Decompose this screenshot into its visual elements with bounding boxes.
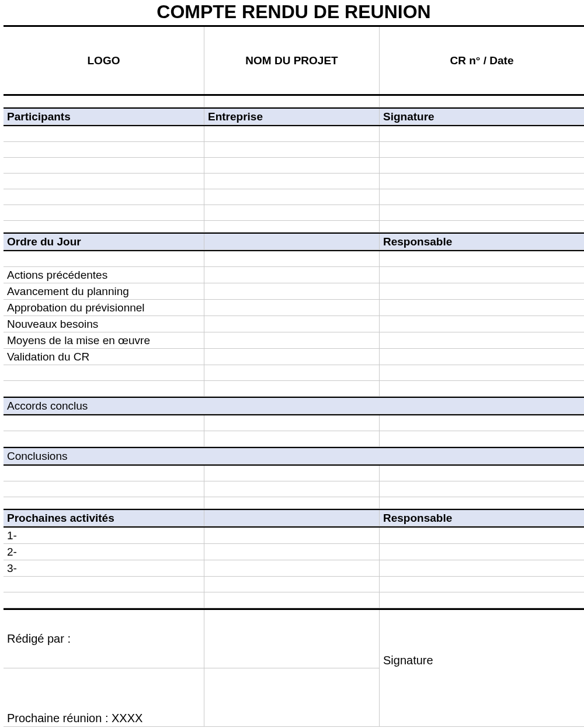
table-row [4,205,584,221]
document-title: COMPTE RENDU DE REUNION [4,0,584,27]
table-row [4,174,584,189]
entreprise-cell[interactable] [204,142,380,158]
signature-cell[interactable] [380,142,584,158]
responsable-cell[interactable] [380,267,584,283]
signature-cell[interactable] [380,126,584,142]
col-entreprise: Entreprise [204,109,380,125]
prochaine-reunion-label: Prochaine réunion : XXXX [4,668,204,727]
col-ordre-du-jour: Ordre du Jour [4,234,204,250]
table-row [4,481,584,497]
table-row [4,142,584,158]
spacer-row [4,497,584,510]
spacer-row [4,221,584,234]
col-responsable: Responsable [380,234,584,250]
responsable-cell[interactable] [380,544,584,560]
footer-row-1: Rédigé par : Signature [4,610,584,668]
signature-cell[interactable] [380,158,584,174]
responsable-cell[interactable] [380,528,584,544]
agenda-item[interactable]: Avancement du planning [4,283,204,300]
participant-cell[interactable] [4,142,204,158]
accords-title: Accords conclus [4,398,584,414]
redige-par-label: Rédigé par : [4,610,204,668]
table-row: Approbation du prévisionnel [4,300,584,316]
table-row [4,577,584,592]
agenda-header-row: Ordre du Jour Responsable [4,234,584,251]
table-row: 3- [4,560,584,577]
conclusions-title: Conclusions [4,448,584,464]
accords-header-row: Accords conclus [4,398,584,415]
entreprise-cell[interactable] [204,205,380,221]
signature-cell[interactable] [380,205,584,221]
table-row [4,415,584,431]
agenda-item[interactable]: Actions précédentes [4,267,204,283]
participant-cell[interactable] [4,126,204,142]
responsable-cell[interactable] [380,349,584,365]
table-row [4,381,584,398]
table-row [4,431,584,448]
entreprise-cell[interactable] [204,174,380,189]
table-row [4,126,584,142]
agenda-item[interactable]: Validation du CR [4,349,204,365]
col-responsable: Responsable [380,510,584,526]
entreprise-cell[interactable] [204,126,380,142]
participants-header-row: Participants Entreprise Signature [4,109,584,126]
col-participants: Participants [4,109,204,125]
next-activity-item[interactable]: 2- [4,544,204,560]
responsable-cell[interactable] [380,316,584,332]
signature-cell[interactable] [380,174,584,189]
entreprise-cell[interactable] [204,189,380,205]
table-row: Avancement du planning [4,283,584,300]
signature-cell[interactable] [380,189,584,205]
participant-cell[interactable] [4,174,204,189]
responsable-cell[interactable] [380,300,584,316]
col-signature: Signature [380,109,584,125]
spacer-row [4,96,584,109]
next-activities-header-row: Prochaines activités Responsable [4,510,584,528]
next-activity-item[interactable]: 3- [4,560,204,577]
table-row: 2- [4,544,584,560]
table-row: Moyens de la mise en œuvre [4,332,584,349]
entreprise-cell[interactable] [204,158,380,174]
participant-cell[interactable] [4,205,204,221]
meeting-minutes-sheet: COMPTE RENDU DE REUNION LOGO NOM DU PROJ… [4,0,584,727]
participant-cell[interactable] [4,189,204,205]
signature-label: Signature [380,610,584,668]
table-row: 1- [4,528,584,544]
footer-row-2: Prochaine réunion : XXXX [4,668,584,727]
conclusions-header-row: Conclusions [4,448,584,466]
agenda-item[interactable]: Approbation du prévisionnel [4,300,204,316]
agenda-item[interactable]: Nouveaux besoins [4,316,204,332]
table-row [4,592,584,610]
agenda-item[interactable]: Moyens de la mise en œuvre [4,332,204,349]
table-row [4,466,584,481]
next-activity-item[interactable]: 1- [4,528,204,544]
table-row [4,189,584,205]
cr-number-date-header: CR n° / Date [380,27,584,94]
table-row [4,158,584,174]
responsable-cell[interactable] [380,560,584,577]
table-row: Actions précédentes [4,267,584,283]
responsable-cell[interactable] [380,283,584,300]
table-row [4,365,584,381]
table-row [4,251,584,267]
participant-cell[interactable] [4,158,204,174]
col-prochaines-activites: Prochaines activités [4,510,204,526]
responsable-cell[interactable] [380,332,584,349]
logo-placeholder: LOGO [4,27,204,94]
table-row: Nouveaux besoins [4,316,584,332]
header-row: LOGO NOM DU PROJET CR n° / Date [4,27,584,96]
table-row: Validation du CR [4,349,584,365]
project-name-header: NOM DU PROJET [204,27,380,94]
